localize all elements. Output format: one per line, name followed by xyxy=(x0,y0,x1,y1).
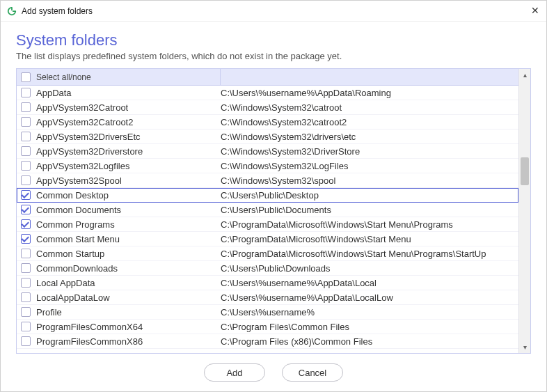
folder-name: ProgramFilesCommonX86 xyxy=(36,336,221,347)
dialog-window: Add system folders ✕ System folders The … xyxy=(0,0,547,392)
folder-path: C:\Users\%username%\AppData\Roaming xyxy=(221,88,518,98)
folders-table: Select all/none AppDataC:\Users\%usernam… xyxy=(16,68,531,354)
row-checkbox[interactable] xyxy=(21,292,31,302)
scroll-up-arrow-icon[interactable]: ▴ xyxy=(519,69,530,81)
folder-name: ProgramFilesCommonX64 xyxy=(36,322,221,332)
row-checkbox[interactable] xyxy=(21,146,31,156)
folder-path: C:\Users\Public\Downloads xyxy=(221,263,518,274)
folder-name: Common Documents xyxy=(36,205,221,215)
row-checkbox[interactable] xyxy=(21,88,31,97)
table-row[interactable]: AppVSystem32DriversEtcC:\Windows\System3… xyxy=(17,130,518,144)
page-title: System folders xyxy=(16,31,531,49)
row-checkbox[interactable] xyxy=(21,161,31,171)
table-row[interactable]: AppVSystem32Catroot2C:\Windows\System32\… xyxy=(17,115,518,130)
folder-path: C:\Users\%username%\AppData\LocalLow xyxy=(221,292,518,303)
row-checkbox[interactable] xyxy=(21,190,31,200)
folder-path: C:\Windows\System32\drivers\etc xyxy=(221,132,518,142)
table-row[interactable]: CommonDownloadsC:\Users\Public\Downloads xyxy=(17,261,518,276)
folder-path: C:\Users\Public\Documents xyxy=(221,205,518,215)
folder-name: Common Startup xyxy=(36,249,221,259)
row-checkbox[interactable] xyxy=(21,336,31,346)
row-checkbox[interactable] xyxy=(21,278,31,288)
app-icon xyxy=(6,6,17,17)
scroll-down-arrow-icon[interactable]: ▾ xyxy=(519,341,530,353)
titlebar: Add system folders ✕ xyxy=(1,1,546,22)
folder-name: Local AppData xyxy=(36,278,221,288)
table-row[interactable]: Common StartupC:\ProgramData\Microsoft\W… xyxy=(17,246,518,261)
row-checkbox[interactable] xyxy=(21,234,31,244)
folder-path: C:\Windows\System32\spool xyxy=(221,175,518,186)
page-subtitle: The list displays predefined system fold… xyxy=(16,51,531,61)
folder-name: AppVSystem32Driverstore xyxy=(36,146,221,157)
row-checkbox[interactable] xyxy=(21,205,31,214)
row-checkbox[interactable] xyxy=(21,102,31,112)
table-body: AppDataC:\Users\%username%\AppData\Roami… xyxy=(17,86,518,353)
scrollbar-vertical[interactable]: ▴ ▾ xyxy=(518,69,530,353)
folder-path: C:\Program Files (x86)\Common Files xyxy=(221,336,518,347)
select-all-label: Select all/none xyxy=(36,72,91,82)
dialog-footer: Add Cancel xyxy=(16,354,531,391)
folder-name: AppVSystem32Catroot xyxy=(36,102,221,113)
window-title: Add system folders xyxy=(22,6,530,16)
table-row[interactable]: ProgramFilesCommonX86C:\Program Files (x… xyxy=(17,334,518,349)
table-row[interactable]: ProfileC:\Users\%username% xyxy=(17,305,518,320)
table-row[interactable]: LocalAppDataLowC:\Users\%username%\AppDa… xyxy=(17,290,518,305)
add-button[interactable]: Add xyxy=(204,363,265,382)
table-row[interactable]: ProgramFilesCommonX64C:\Program Files\Co… xyxy=(17,320,518,334)
folder-name: LocalAppDataLow xyxy=(36,292,221,303)
table-row[interactable]: Common ProgramsC:\ProgramData\Microsoft\… xyxy=(17,217,518,232)
folder-name: Common Programs xyxy=(36,219,221,230)
table-row[interactable]: AppVSystem32CatrootC:\Windows\System32\c… xyxy=(17,100,518,115)
folder-name: Profile xyxy=(36,307,221,317)
folder-path: C:\Windows\System32\LogFiles xyxy=(221,161,518,171)
folder-path: C:\Windows\System32\catroot xyxy=(221,102,518,113)
table-row[interactable]: AppVSystem32DriverstoreC:\Windows\System… xyxy=(17,144,518,159)
row-checkbox[interactable] xyxy=(21,322,31,331)
cancel-button[interactable]: Cancel xyxy=(282,363,343,382)
table-row[interactable]: AppVSystem32SpoolC:\Windows\System32\spo… xyxy=(17,173,518,188)
table-header: Select all/none xyxy=(17,69,518,86)
row-checkbox[interactable] xyxy=(21,263,31,273)
select-all-checkbox[interactable] xyxy=(21,72,31,82)
folder-name: Common Desktop xyxy=(36,190,221,201)
folder-path: C:\ProgramData\Microsoft\Windows\Start M… xyxy=(221,234,518,244)
folder-path: C:\Windows\System32\DriverStore xyxy=(221,146,518,157)
folder-path: C:\Users\%username%\AppData\Local xyxy=(221,278,518,288)
table-row[interactable]: AppVSystem32LogfilesC:\Windows\System32\… xyxy=(17,159,518,173)
close-icon[interactable]: ✕ xyxy=(530,6,541,17)
row-checkbox[interactable] xyxy=(21,175,31,185)
table-row[interactable]: AppDataC:\Users\%username%\AppData\Roami… xyxy=(17,86,518,100)
table-row[interactable]: Common Start MenuC:\ProgramData\Microsof… xyxy=(17,232,518,246)
folder-path: C:\Users\Public\Desktop xyxy=(221,190,518,201)
table-row[interactable]: Common DesktopC:\Users\Public\Desktop xyxy=(17,188,518,203)
folder-path: C:\Program Files\Common Files xyxy=(221,322,518,332)
folder-name: CommonDownloads xyxy=(36,263,221,274)
table-row[interactable]: Common DocumentsC:\Users\Public\Document… xyxy=(17,203,518,217)
folder-path: C:\ProgramData\Microsoft\Windows\Start M… xyxy=(221,219,518,230)
row-checkbox[interactable] xyxy=(21,117,31,127)
folder-name: AppVSystem32DriversEtc xyxy=(36,132,221,142)
content-area: System folders The list displays predefi… xyxy=(1,22,546,391)
table-row[interactable]: Local AppDataC:\Users\%username%\AppData… xyxy=(17,276,518,290)
folder-path: C:\ProgramData\Microsoft\Windows\Start M… xyxy=(221,249,518,259)
folder-name: Common Start Menu xyxy=(36,234,221,244)
folder-name: AppVSystem32Catroot2 xyxy=(36,117,221,127)
folder-name: AppData xyxy=(36,88,221,98)
scroll-thumb[interactable] xyxy=(521,157,529,185)
folder-path: C:\Users\%username% xyxy=(221,307,518,317)
folder-name: AppVSystem32Spool xyxy=(36,175,221,186)
folder-path: C:\Windows\System32\catroot2 xyxy=(221,117,518,127)
scroll-track[interactable] xyxy=(519,81,530,341)
row-checkbox[interactable] xyxy=(21,249,31,258)
row-checkbox[interactable] xyxy=(21,132,31,141)
row-checkbox[interactable] xyxy=(21,307,31,317)
folder-name: AppVSystem32Logfiles xyxy=(36,161,221,171)
row-checkbox[interactable] xyxy=(21,219,31,229)
